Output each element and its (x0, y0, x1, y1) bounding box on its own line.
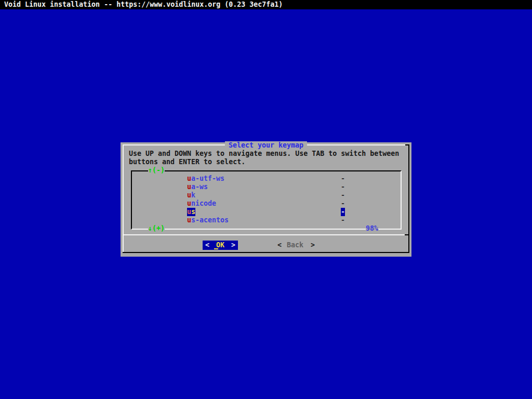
scroll-percentage: 98% (366, 224, 378, 233)
instructions-line-2: buttons and ENTER to select. (129, 158, 245, 166)
dialog-instructions: Use UP and DOWN keys to navigate menus. … (129, 150, 399, 166)
menu-item-description: - (341, 216, 345, 224)
scroll-down-indicator: ↓(+) (148, 224, 165, 233)
ok-button[interactable]: < OK > (203, 241, 238, 250)
menu-item-tag: us (187, 208, 195, 216)
back-button-label: Back (287, 241, 303, 249)
menu-item-ua-utf-ws[interactable]: ua-utf-ws- (121, 175, 411, 183)
menu-item-tag: uk (187, 191, 195, 200)
ok-bracket-left-icon: < (205, 241, 209, 250)
dialog-title: Select your keymap (225, 141, 307, 150)
menu-item-hotkey: u (187, 208, 191, 216)
back-bracket-right-icon: > (311, 241, 315, 249)
menu-item-tag: us-acentos (187, 216, 229, 224)
menu-item-description: - (341, 200, 345, 208)
menu-item-description: - (341, 191, 345, 200)
menu-item-us-acentos[interactable]: us-acentos- (121, 216, 411, 224)
ok-bracket-right-icon: > (231, 241, 235, 250)
menu-item-hotkey: u (187, 183, 191, 191)
menu-item-hotkey: u (187, 200, 191, 207)
button-separator (123, 234, 408, 235)
terminal-title-bar: Void Linux installation -- https://www.v… (0, 0, 532, 9)
menu-item-hotkey: u (187, 175, 191, 182)
menu-item-us[interactable]: us- (121, 208, 411, 216)
menu-item-description: - (341, 183, 345, 191)
scroll-up-indicator: ↑(-) (148, 166, 165, 175)
menu-item-tag: ua-ws (187, 183, 208, 191)
menu-item-unicode[interactable]: unicode- (121, 200, 411, 208)
menu-item-description: - (341, 175, 345, 183)
instructions-line-1: Use UP and DOWN keys to navigate menus. … (129, 150, 399, 157)
back-bracket-left-icon: < (277, 241, 282, 249)
menu-item-hotkey: u (187, 216, 191, 224)
menu-item-ua-ws[interactable]: ua-ws- (121, 183, 411, 191)
menu-item-hotkey: u (187, 191, 191, 199)
menu-item-description: - (341, 208, 345, 216)
menu-item-tag: unicode (187, 200, 216, 208)
ok-hotkey-cursor (214, 248, 218, 249)
menu-item-tag: ua-utf-ws (187, 175, 224, 183)
keymap-menu: ua-utf-ws-ua-ws-uk-unicode-us-us-acentos… (121, 175, 411, 224)
keymap-dialog: Select your keymap Use UP and DOWN keys … (121, 142, 411, 257)
dialog-border-bottom (123, 252, 409, 253)
button-separator-end (405, 234, 408, 235)
menu-item-uk[interactable]: uk- (121, 191, 411, 200)
